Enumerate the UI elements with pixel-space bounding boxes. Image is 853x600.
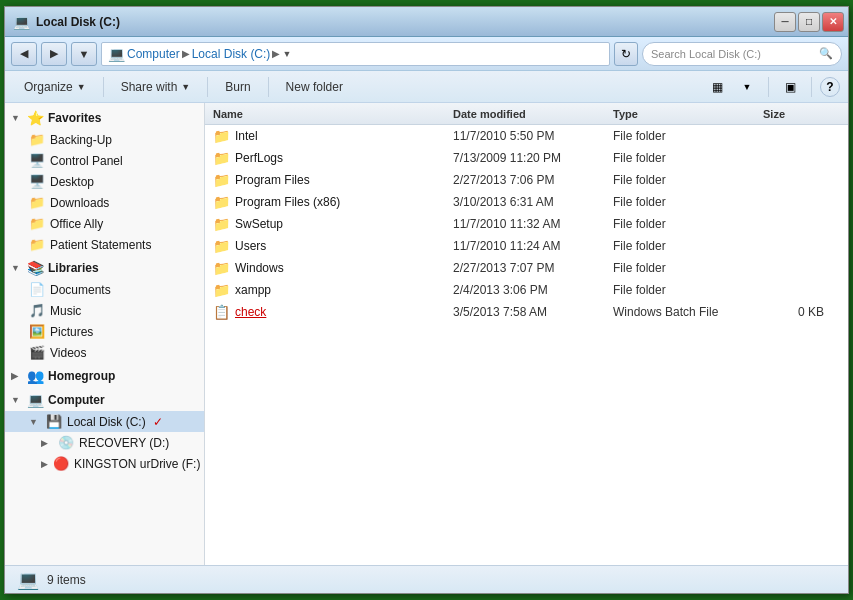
file-date: 2/4/2013 3:06 PM [449, 283, 609, 297]
homegroup-section: ▶ 👥 Homegroup [5, 365, 204, 387]
refresh-button[interactable]: ↻ [614, 42, 638, 66]
dropdown-button[interactable]: ▼ [71, 42, 97, 66]
share-dropdown-icon: ▼ [181, 82, 190, 92]
file-name-cell: 📁Intel [209, 128, 449, 144]
file-date: 3/10/2013 6:31 AM [449, 195, 609, 209]
burn-button[interactable]: Burn [214, 74, 261, 100]
search-icon: 🔍 [819, 47, 833, 60]
forward-button[interactable]: ▶ [41, 42, 67, 66]
table-row[interactable]: 📁PerfLogs7/13/2009 11:20 PMFile folder [205, 147, 848, 169]
sidebar-item-label: Backing-Up [50, 133, 112, 147]
toolbar-sep-1 [103, 77, 104, 97]
libraries-item-documents[interactable]: 📄 Documents [5, 279, 204, 300]
view-toggle-button[interactable]: ▦ [704, 75, 730, 99]
breadcrumb-item-computer[interactable]: Computer [127, 47, 180, 61]
homegroup-label: Homegroup [48, 369, 115, 383]
file-name-cell: 📁PerfLogs [209, 150, 449, 166]
favorites-item-patientstatements[interactable]: 📁 Patient Statements [5, 234, 204, 255]
file-name-cell: 📁Windows [209, 260, 449, 276]
file-type: File folder [609, 151, 759, 165]
sidebar-item-label: Pictures [50, 325, 93, 339]
libraries-item-videos[interactable]: 🎬 Videos [5, 342, 204, 363]
table-row[interactable]: 📁Program Files (x86)3/10/2013 6:31 AMFil… [205, 191, 848, 213]
homegroup-expand-icon: ▶ [11, 371, 23, 381]
organize-button[interactable]: Organize ▼ [13, 74, 97, 100]
back-button[interactable]: ◀ [11, 42, 37, 66]
folder-icon: 📁 [29, 237, 45, 252]
libraries-item-pictures[interactable]: 🖼️ Pictures [5, 321, 204, 342]
burn-label: Burn [225, 80, 250, 94]
file-type: File folder [609, 217, 759, 231]
file-icon: 📁 [213, 172, 230, 188]
favorites-item-desktop[interactable]: 🖥️ Desktop [5, 171, 204, 192]
search-box[interactable]: Search Local Disk (C:) 🔍 [642, 42, 842, 66]
col-date-header[interactable]: Date modified [449, 108, 609, 120]
table-row[interactable]: 📁xampp2/4/2013 3:06 PMFile folder [205, 279, 848, 301]
file-type: Windows Batch File [609, 305, 759, 319]
breadcrumb-item-localdisk[interactable]: Local Disk (C:) [192, 47, 271, 61]
share-with-button[interactable]: Share with ▼ [110, 74, 202, 100]
table-row[interactable]: 📁Intel11/7/2010 5:50 PMFile folder [205, 125, 848, 147]
col-type-header[interactable]: Type [609, 108, 759, 120]
homegroup-header[interactable]: ▶ 👥 Homegroup [5, 365, 204, 387]
favorites-star-icon: ⭐ [27, 110, 44, 126]
column-header: Name Date modified Type Size [205, 103, 848, 125]
organize-dropdown-icon: ▼ [77, 82, 86, 92]
organize-label: Organize [24, 80, 73, 94]
file-date: 2/27/2013 7:06 PM [449, 173, 609, 187]
file-area: Name Date modified Type Size 📁Intel11/7/… [205, 103, 848, 565]
file-icon: 📁 [213, 128, 230, 144]
libraries-item-music[interactable]: 🎵 Music [5, 300, 204, 321]
minimize-button[interactable]: ─ [774, 12, 796, 32]
computer-header[interactable]: ▼ 💻 Computer [5, 389, 204, 411]
view-dropdown-button[interactable]: ▼ [734, 75, 760, 99]
table-row[interactable]: 📋check3/5/2013 7:58 AMWindows Batch File… [205, 301, 848, 323]
breadcrumb-dropdown[interactable]: ▼ [282, 49, 291, 59]
toolbar: Organize ▼ Share with ▼ Burn New folder … [5, 71, 848, 103]
col-name-header[interactable]: Name [209, 108, 449, 120]
favorites-item-officeally[interactable]: 📁 Office Ally [5, 213, 204, 234]
file-icon: 📁 [213, 194, 230, 210]
file-type: File folder [609, 195, 759, 209]
help-button[interactable]: ? [820, 77, 840, 97]
new-folder-button[interactable]: New folder [275, 74, 354, 100]
libraries-header[interactable]: ▼ 📚 Libraries [5, 257, 204, 279]
file-name: SwSetup [235, 217, 283, 231]
maximize-button[interactable]: □ [798, 12, 820, 32]
file-name-cell: 📁xampp [209, 282, 449, 298]
table-row[interactable]: 📁Program Files2/27/2013 7:06 PMFile fold… [205, 169, 848, 191]
computer-label: Computer [48, 393, 105, 407]
file-name: xampp [235, 283, 271, 297]
table-row[interactable]: 📁SwSetup11/7/2010 11:32 AMFile folder [205, 213, 848, 235]
close-button[interactable]: ✕ [822, 12, 844, 32]
file-name: Intel [235, 129, 258, 143]
table-row[interactable]: 📁Users11/7/2010 11:24 AMFile folder [205, 235, 848, 257]
sidebar-item-label: Patient Statements [50, 238, 151, 252]
recovery-expand-icon: ▶ [41, 438, 53, 448]
file-type: File folder [609, 129, 759, 143]
computer-item-localdisk[interactable]: ▼ 💾 Local Disk (C:) ✓ [5, 411, 204, 432]
breadcrumb-sep-2: ▶ [272, 48, 280, 59]
preview-pane-button[interactable]: ▣ [777, 75, 803, 99]
file-type: File folder [609, 283, 759, 297]
videos-icon: 🎬 [29, 345, 45, 360]
favorites-header[interactable]: ▼ ⭐ Favorites [5, 107, 204, 129]
toolbar-sep-5 [811, 77, 812, 97]
favorites-item-downloads[interactable]: 📁 Downloads [5, 192, 204, 213]
pictures-icon: 🖼️ [29, 324, 45, 339]
computer-item-recovery[interactable]: ▶ 💿 RECOVERY (D:) [5, 432, 204, 453]
address-bar: ◀ ▶ ▼ 💻 Computer ▶ Local Disk (C:) ▶ ▼ ↻… [5, 37, 848, 71]
col-size-header[interactable]: Size [759, 108, 844, 120]
file-date: 11/7/2010 11:32 AM [449, 217, 609, 231]
file-icon: 📁 [213, 238, 230, 254]
breadcrumb-bar[interactable]: 💻 Computer ▶ Local Disk (C:) ▶ ▼ [101, 42, 610, 66]
favorites-item-backingup[interactable]: 📁 Backing-Up [5, 129, 204, 150]
table-row[interactable]: 📁Windows2/27/2013 7:07 PMFile folder [205, 257, 848, 279]
toolbar-right: ▦ ▼ ▣ ? [704, 75, 840, 99]
computer-item-kingston[interactable]: ▶ 🔴 KINGSTON urDrive (F:) [5, 453, 204, 474]
favorites-item-controlpanel[interactable]: 🖥️ Control Panel [5, 150, 204, 171]
sidebar-item-label: KINGSTON urDrive (F:) [74, 457, 200, 471]
file-type: File folder [609, 261, 759, 275]
file-date: 11/7/2010 5:50 PM [449, 129, 609, 143]
homegroup-icon: 👥 [27, 368, 44, 384]
